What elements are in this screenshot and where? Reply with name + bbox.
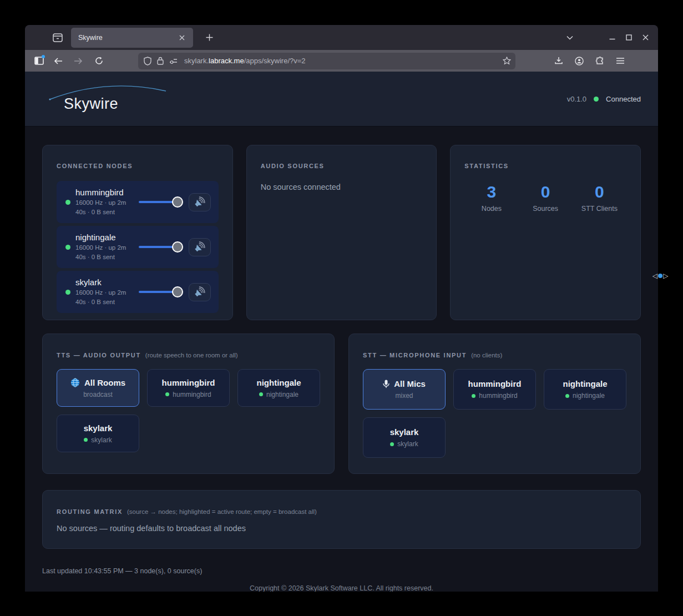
node-row-nightingale: nightingale 16000 Hz · up 2m 40s · 0 B s… <box>57 226 219 268</box>
slider-thumb[interactable] <box>172 286 183 297</box>
permissions-icon[interactable] <box>169 58 178 64</box>
app-header: Skywire v0.1.0 Connected <box>25 72 658 127</box>
tts-button-sub: broadcast <box>83 391 113 398</box>
firefox-view-icon <box>53 33 63 42</box>
speaker-icon <box>194 196 206 208</box>
account-button[interactable] <box>570 53 588 69</box>
node-meta: 16000 Hz · up 2m 40s · 0 B sent <box>75 243 135 261</box>
volume-slider[interactable] <box>139 286 182 297</box>
sidebar-button[interactable] <box>30 53 48 69</box>
notification-dot <box>42 55 45 58</box>
firefox-view-button[interactable] <box>48 29 67 46</box>
statistics-card: STATISTICS 3 Nodes 0 Sources 0 STT Clien <box>450 145 641 320</box>
last-updated-text: Last updated 10:43:55 PM — 3 node(s), 0 … <box>42 567 641 575</box>
page-content: Skywire v0.1.0 Connected CONNECTED NODES <box>25 72 658 592</box>
tts-hint: (route speech to one room or all) <box>145 352 238 359</box>
slider-thumb[interactable] <box>172 241 183 253</box>
status-dot-icon <box>594 97 599 102</box>
stats-grid: 3 Nodes 0 Sources 0 STT Clients <box>464 183 626 213</box>
extensions-button[interactable] <box>591 53 609 69</box>
url-domain: labrack.me <box>209 57 244 65</box>
connected-nodes-title: CONNECTED NODES <box>57 163 219 169</box>
node-row-skylark: skylark 16000 Hz · up 2m 40s · 0 B sent <box>57 271 219 313</box>
routing-title-row: ROUTING MATRIX(source → nodes; highlight… <box>57 506 626 516</box>
node-meta: 16000 Hz · up 2m 40s · 0 B sent <box>75 288 135 306</box>
stat-value: 0 <box>519 183 573 201</box>
tab-close-icon[interactable] <box>176 32 188 43</box>
stt-button-sub: nightingale <box>573 392 605 400</box>
online-dot-icon <box>259 392 263 396</box>
stat-value: 3 <box>464 183 518 201</box>
stat-label: STT Clients <box>573 205 626 213</box>
list-tabs-button[interactable] <box>561 29 578 46</box>
new-tab-button[interactable] <box>201 29 217 46</box>
url-bar[interactable]: skylark.labrack.me/apps/skywire/?v=2 <box>138 53 515 69</box>
chevron-down-icon <box>566 36 573 40</box>
stt-skylark-button[interactable]: skylark skylark <box>363 417 446 458</box>
stt-button-grid: All Mics mixed hummingbird hummingbird n… <box>363 369 626 458</box>
tab-bar: Skywire <box>25 25 658 50</box>
maximize-button[interactable] <box>620 29 637 46</box>
stt-nightingale-button[interactable]: nightingale nightingale <box>544 369 626 410</box>
tts-hummingbird-button[interactable]: hummingbird hummingbird <box>147 369 230 407</box>
volume-slider[interactable] <box>139 241 182 253</box>
node-name: nightingale <box>75 233 135 242</box>
menu-button[interactable] <box>611 53 629 69</box>
stt-hummingbird-button[interactable]: hummingbird hummingbird <box>453 369 536 410</box>
tab-title: Skywire <box>78 34 176 42</box>
browser-tab[interactable]: Skywire <box>71 28 193 48</box>
back-button[interactable] <box>49 53 67 69</box>
volume-slider[interactable] <box>139 196 182 208</box>
forward-button[interactable] <box>69 53 87 69</box>
close-window-button[interactable] <box>637 29 654 46</box>
node-meta: 16000 Hz · up 2m 40s · 0 B sent <box>75 198 135 216</box>
speaker-icon <box>194 241 206 253</box>
node-status-icon <box>65 200 70 205</box>
copyright-text: Copyright © 2026 Skylark Software LLC. A… <box>42 584 641 592</box>
bookmark-star-icon[interactable] <box>503 57 511 65</box>
stat-nodes: 3 Nodes <box>464 183 518 213</box>
arrow-right-icon[interactable]: ▷ <box>663 272 668 279</box>
tracking-shield-icon[interactable] <box>144 57 151 65</box>
node-info: hummingbird 16000 Hz · up 2m 40s · 0 B s… <box>75 188 135 216</box>
test-speaker-button[interactable] <box>189 238 211 256</box>
stt-button-sub: mixed <box>395 392 413 400</box>
tts-button-sub: hummingbird <box>173 391 211 398</box>
online-dot-icon <box>472 394 475 398</box>
test-speaker-button[interactable] <box>189 283 211 301</box>
node-info: nightingale 16000 Hz · up 2m 40s · 0 B s… <box>75 233 135 261</box>
stat-stt-clients: 0 STT Clients <box>573 183 626 213</box>
plus-icon <box>206 34 213 41</box>
tts-button-grid: All Rooms broadcast hummingbird hummingb… <box>57 369 320 452</box>
stt-button-label: skylark <box>390 427 419 437</box>
tts-all-rooms-button[interactable]: All Rooms broadcast <box>57 369 139 407</box>
tts-nightingale-button[interactable]: nightingale nightingale <box>237 369 320 407</box>
slider-thumb[interactable] <box>172 196 183 208</box>
downloads-button[interactable] <box>550 53 568 69</box>
url-prefix: skylark. <box>184 57 209 65</box>
app-logo: Skywire <box>64 85 118 113</box>
blue-dot-icon[interactable] <box>658 274 662 278</box>
test-speaker-button[interactable] <box>189 193 211 211</box>
arrow-left-icon[interactable]: ◁ <box>652 272 657 279</box>
tts-button-label: nightingale <box>257 378 301 387</box>
tts-button-sub: skylark <box>91 436 112 444</box>
stt-button-label: hummingbird <box>468 379 522 388</box>
routing-empty-text: No sources — routing defaults to broadca… <box>57 524 626 533</box>
online-dot-icon <box>165 392 169 396</box>
stat-label: Nodes <box>464 205 518 213</box>
desktop-edge-widget: ◁ ▷ <box>652 272 668 279</box>
minimize-button[interactable] <box>604 29 620 46</box>
tts-button-label: hummingbird <box>162 378 215 387</box>
stt-button-sub: skylark <box>397 440 418 448</box>
stat-value: 0 <box>573 183 626 201</box>
reload-button[interactable] <box>90 53 108 69</box>
tts-skylark-button[interactable]: skylark skylark <box>57 415 139 452</box>
window-controls <box>604 29 654 46</box>
audio-sources-card: AUDIO SOURCES No sources connected <box>246 145 437 320</box>
globe-icon <box>70 378 80 387</box>
logo-arc-icon <box>48 82 170 101</box>
stt-hint: (no clients) <box>471 352 502 359</box>
stt-all-mics-button[interactable]: All Mics mixed <box>363 369 446 410</box>
lock-icon[interactable] <box>157 57 164 65</box>
